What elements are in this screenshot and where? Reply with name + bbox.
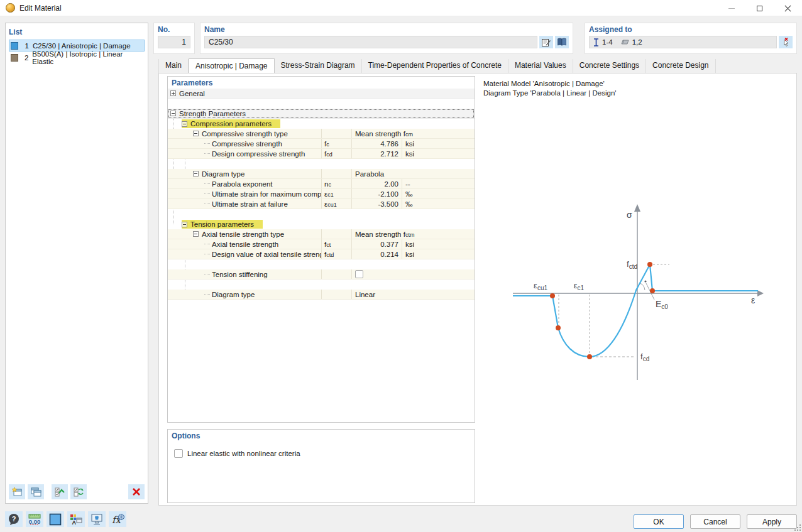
param-row-ultimate-strain-max-compression[interactable]: Ultimate strain for maximum comp... εc1 … [168,189,475,199]
parameters-panel: Parameters General Strength Parameters C… [167,76,475,423]
tree-dash [204,193,210,194]
deselect-objects-button[interactable] [779,36,793,48]
number-group: No. [153,23,195,54]
color-swatch-button[interactable] [47,511,64,527]
delete-x-icon [131,487,141,496]
tab-content: Parameters General Strength Parameters C… [158,73,797,506]
spacer-row [168,259,475,269]
collapse-icon[interactable] [182,121,187,127]
material-number: 2 [21,54,29,62]
row-value[interactable]: 0.377 [352,239,402,249]
expand-icon[interactable] [170,90,176,96]
param-row-compression-parameters[interactable]: Compression parameters [168,119,475,129]
spacer-row [168,159,475,169]
help-button[interactable]: ? [5,511,23,527]
units-settings-button[interactable]: 0,00 [26,511,43,527]
row-value[interactable]: 4.786 [352,139,402,148]
tab-time-dependent-properties[interactable]: Time-Dependent Properties of Concrete [362,59,508,73]
collapse-icon[interactable] [182,222,187,227]
tab-stress-strain-diagram[interactable]: Stress-Strain Diagram [275,59,362,73]
row-value[interactable]: 2.712 [352,149,402,158]
row-unit: ksi [402,149,431,158]
formula-fx-icon: fx [110,513,125,526]
row-value[interactable]: -3.500 [352,199,402,209]
param-row-parabola-exponent[interactable]: Parabola exponent nc 2.00 -- [168,179,475,189]
tab-concrete-design[interactable]: Concrete Design [646,59,715,73]
material-label: C25/30 | Anisotropic | Damage [33,42,131,50]
diagram-preview-panel: Material Model 'Anisotropic | Damage' Di… [481,77,795,503]
tree-dash [204,244,210,244]
ok-button[interactable]: OK [634,514,684,529]
row-value[interactable]: -2.100 [352,189,402,198]
new-material-button[interactable] [9,484,25,499]
tab-main[interactable]: Main [158,59,189,73]
display-options-button[interactable]: A [67,511,85,527]
select-all-button[interactable] [52,484,68,499]
param-row-compressive-strength[interactable]: Compressive strength fc 4.786 ksi [168,139,475,149]
row-label: Compressive strength [212,140,282,148]
assigned-members: 1-4 [602,38,613,46]
param-row-tension-parameters[interactable]: Tension parameters [168,219,475,229]
diagram-type-text: Diagram Type 'Parabola | Linear | Design… [483,89,795,98]
row-value[interactable]: Mean strength fctm [352,229,475,239]
material-name-field[interactable] [204,36,537,48]
row-value[interactable]: Linear [352,290,475,299]
close-icon [784,5,791,12]
tab-anisotropic-damage[interactable]: Anisotropic | Damage [189,58,275,73]
invert-selection-button[interactable] [70,484,87,499]
list-item-material-2[interactable]: 2 B500S(A) | Isotropic | Linear Elastic [9,52,145,63]
rename-button[interactable] [539,36,553,48]
tree-dash [204,143,210,144]
display-options-icon: A [69,513,83,526]
checkbox-label: Linear elastic with nonlinear criteria [187,450,300,457]
formula-button[interactable]: fx [109,511,126,527]
cancel-button[interactable]: Cancel [690,514,740,529]
linear-elastic-nonlinear-criteria-checkbox[interactable] [174,449,183,458]
apply-button[interactable]: Apply [747,514,797,529]
param-row-tension-stiffening[interactable]: Tension stiffening [168,269,475,280]
tab-concrete-settings[interactable]: Concrete Settings [573,59,646,73]
param-row-strength-parameters[interactable]: Strength Parameters [168,109,475,119]
ec0-label: Ec0 [656,299,668,310]
copy-material-button[interactable] [28,484,44,499]
list-toolbar [9,484,145,500]
resize-grip[interactable] [794,524,801,531]
assigned-to-field[interactable]: 1-4 1,2 [589,36,777,48]
collapse-icon[interactable] [193,171,199,176]
svg-text:A: A [72,519,77,526]
tree-dash [204,274,210,274]
param-row-design-axial-tensile-strength[interactable]: Design value of axial tensile streng... … [168,249,475,259]
row-value[interactable]: Mean strength fcm [352,129,475,138]
delete-material-button[interactable] [128,484,145,499]
param-row-design-compressive-strength[interactable]: Design compressive strength fcd 2.712 ks… [168,149,475,159]
tension-stiffening-checkbox[interactable] [355,270,363,278]
row-label: Strength Parameters [179,110,246,117]
minimize-button[interactable] [717,0,745,16]
row-value[interactable]: 2.00 [352,179,402,188]
row-value[interactable]: Parabola [352,169,475,178]
param-row-ultimate-strain-failure[interactable]: Ultimate strain at failure εcu1 -3.500 ‰ [168,199,475,209]
param-row-diagram-type-compression[interactable]: Diagram type Parabola [168,169,475,179]
tab-material-values[interactable]: Material Values [508,59,573,73]
material-list-panel: List 1 C25/30 | Anisotropic | Damage 2 B… [5,23,148,504]
collapse-icon[interactable] [170,111,176,116]
point-fctd [647,262,652,267]
fcd-label: fcd [640,352,649,362]
material-number-field[interactable] [158,36,190,48]
row-value[interactable]: 0.214 [352,249,402,259]
param-row-axial-tensile-strength[interactable]: Axial tensile strength fct 0.377 ksi [168,239,475,249]
maximize-button[interactable] [745,0,774,16]
row-label: Ultimate strain for maximum comp... [212,190,322,198]
view-settings-button[interactable] [88,511,106,527]
color-swatch-icon [49,513,62,526]
material-library-button[interactable] [555,36,569,48]
stress-strain-curve [513,264,758,357]
param-row-axial-tensile-strength-type[interactable]: Axial tensile strength type Mean strengt… [168,229,475,239]
collapse-icon[interactable] [193,231,199,237]
close-button[interactable] [774,0,802,16]
param-row-general[interactable]: General [168,89,475,99]
param-row-diagram-type-tension[interactable]: Diagram type Linear [168,290,475,300]
param-row-compressive-strength-type[interactable]: Compressive strength type Mean strength … [168,129,475,139]
svg-text:?: ? [12,515,16,523]
collapse-icon[interactable] [193,131,199,136]
